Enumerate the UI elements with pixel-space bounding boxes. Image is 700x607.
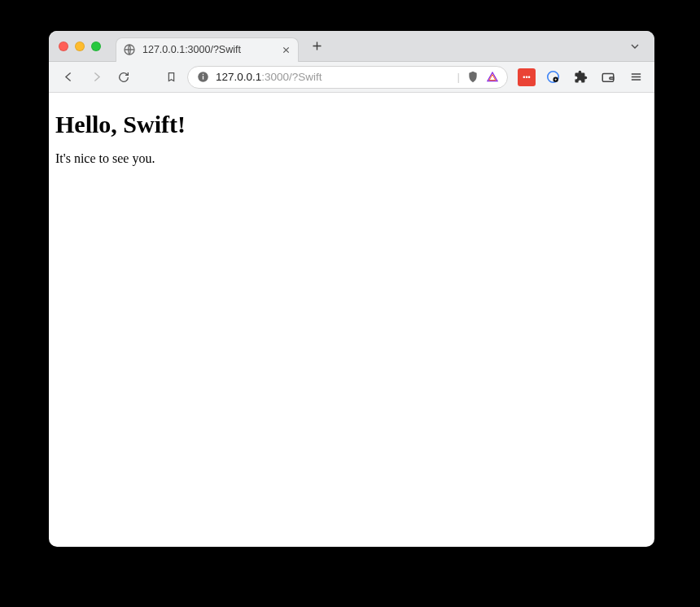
extension-lastpass-icon[interactable] bbox=[518, 68, 536, 86]
back-button[interactable] bbox=[57, 66, 80, 89]
page-heading: Hello, Swift! bbox=[55, 111, 648, 138]
tabs-dropdown-button[interactable] bbox=[625, 37, 645, 56]
brave-shields-icon[interactable] bbox=[466, 71, 479, 84]
svg-rect-3 bbox=[202, 74, 203, 75]
page-content: Hello, Swift! It's nice to see you. bbox=[49, 93, 654, 172]
new-tab-button[interactable] bbox=[305, 35, 328, 58]
bookmark-button[interactable] bbox=[160, 66, 182, 89]
forward-button[interactable] bbox=[85, 66, 107, 89]
wallet-button[interactable] bbox=[597, 67, 619, 88]
url-text: 127.0.0.1:3000/?Swift bbox=[216, 71, 450, 83]
toolbar: 127.0.0.1:3000/?Swift | bbox=[49, 62, 654, 93]
tab-title: 127.0.0.1:3000/?Swift bbox=[142, 44, 273, 55]
extensions-button[interactable] bbox=[570, 67, 591, 88]
app-menu-button[interactable] bbox=[625, 67, 646, 88]
url-host: 127.0.0.1 bbox=[216, 71, 261, 83]
window-controls bbox=[59, 41, 101, 51]
close-tab-icon[interactable] bbox=[280, 44, 291, 55]
svg-rect-2 bbox=[202, 76, 203, 79]
zoom-window-button[interactable] bbox=[91, 41, 101, 51]
page-paragraph: It's nice to see you. bbox=[55, 151, 648, 166]
toolbar-right bbox=[518, 67, 646, 88]
site-info-icon[interactable] bbox=[196, 71, 209, 84]
address-bar[interactable]: 127.0.0.1:3000/?Swift | bbox=[187, 66, 508, 89]
minimize-window-button[interactable] bbox=[75, 41, 85, 51]
close-window-button[interactable] bbox=[59, 41, 68, 51]
reload-button[interactable] bbox=[112, 66, 135, 89]
titlebar: 127.0.0.1:3000/?Swift bbox=[49, 31, 654, 62]
browser-tab[interactable]: 127.0.0.1:3000/?Swift bbox=[116, 37, 299, 62]
browser-window: 127.0.0.1:3000/?Swift bbox=[49, 31, 654, 547]
extension-circle-icon[interactable] bbox=[542, 67, 563, 88]
url-path: :3000/?Swift bbox=[261, 71, 322, 83]
brave-rewards-icon[interactable] bbox=[486, 71, 499, 84]
globe-icon bbox=[123, 43, 136, 56]
svg-marker-4 bbox=[488, 72, 497, 81]
separator: | bbox=[457, 71, 460, 83]
